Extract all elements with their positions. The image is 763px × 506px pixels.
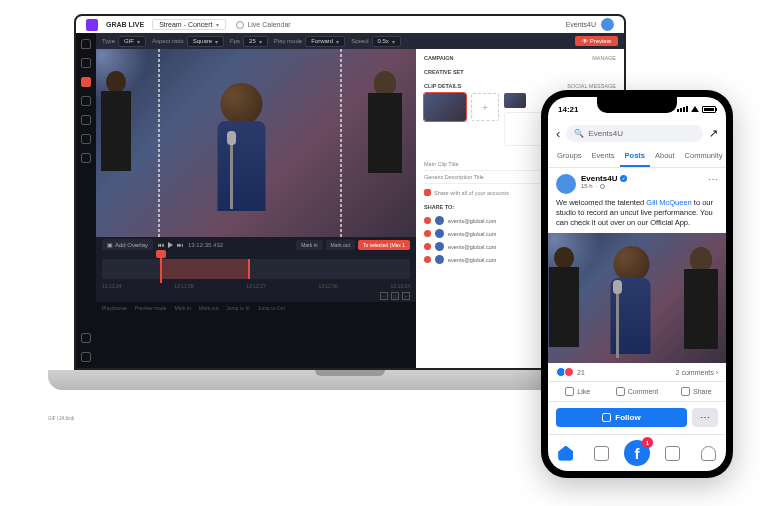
fps-select[interactable]: 25▾	[243, 36, 268, 47]
search-row: ‹ 🔍 Events4U ↗	[548, 121, 726, 146]
rss-icon	[602, 413, 611, 422]
page-avatar[interactable]	[556, 174, 576, 194]
timeline-selection[interactable]	[160, 259, 250, 279]
share-to-heading: SHARE TO:	[424, 204, 454, 210]
more-button[interactable]: ⋯	[692, 408, 718, 427]
share-button[interactable]: Share	[667, 382, 726, 401]
sidebar-stack-icon[interactable]	[81, 134, 91, 144]
player-controls: ▣ Add Overlay ⏮ ⏭ 13:12:35.432 Mark in	[96, 237, 416, 252]
export-toolbar: Type GIF▾ Aspect ratio Square▾ Fps 25▾ P…	[96, 33, 624, 49]
post-text: We welcomed the talented Gill McQueen to…	[556, 198, 718, 227]
aspect-ratio-select[interactable]: Square▾	[187, 36, 224, 47]
tab-about[interactable]: About	[650, 146, 680, 167]
follow-button[interactable]: Follow	[556, 408, 687, 427]
nav-notifications[interactable]	[690, 440, 726, 466]
shortcuts-footer: Play/pause Preview mode Mark in Mark out…	[96, 302, 416, 314]
comment-icon	[616, 387, 625, 396]
skip-forward-icon[interactable]: ⏭	[177, 242, 183, 248]
zoom-fit-button[interactable]: ▭	[391, 292, 399, 300]
calendar-icon	[236, 21, 244, 29]
skip-back-icon[interactable]: ⏮	[158, 242, 164, 248]
creative-set-heading: CREATIVE SET	[424, 69, 464, 75]
like-button[interactable]: Like	[548, 382, 607, 401]
search-icon: 🔍	[574, 129, 584, 138]
fps-label: Fps	[230, 38, 240, 44]
video-column: ▣ Add Overlay ⏮ ⏭ 13:12:35.432 Mark in	[96, 49, 416, 368]
sidebar-analytics-icon[interactable]	[81, 153, 91, 163]
zoom-out-button[interactable]: −	[380, 292, 388, 300]
mention-link[interactable]: Gill McQueen	[646, 198, 691, 207]
sidebar-home-icon[interactable]	[81, 39, 91, 49]
bottom-nav: f	[548, 434, 726, 471]
page-tabs: Groups Events Posts About Community	[548, 146, 726, 168]
tab-community[interactable]: Community	[680, 146, 726, 167]
reaction-count: 21	[577, 369, 585, 376]
live-calendar-button[interactable]: Live Calendar	[236, 21, 290, 29]
mark-in-button[interactable]: Mark in	[296, 240, 322, 250]
comments-count[interactable]: 2 comments ›	[676, 369, 718, 376]
facebook-icon	[435, 229, 444, 238]
play-icon[interactable]	[168, 242, 173, 248]
zoom-in-button[interactable]: +	[402, 292, 410, 300]
check-icon	[424, 230, 431, 237]
mark-out-button[interactable]: Mark out	[326, 240, 355, 250]
timeline[interactable]: 13:11:24 13:11:58 13:12:27 13:12:56 13:1…	[96, 252, 416, 302]
bell-icon	[701, 446, 716, 461]
to-selected-button[interactable]: To selected (Max 1	[358, 240, 410, 250]
sidebar-clip-icon[interactable]	[81, 77, 91, 87]
app-logo[interactable]	[86, 19, 98, 31]
post-menu-icon[interactable]: ⋯	[708, 174, 718, 185]
live-calendar-label: Live Calendar	[247, 21, 290, 28]
globe-icon	[600, 184, 605, 189]
tab-groups[interactable]: Groups	[552, 146, 587, 167]
speed-select[interactable]: 0.5x▾	[372, 36, 401, 47]
share-toggle-icon[interactable]	[424, 189, 431, 196]
add-overlay-button[interactable]: ▣ Add Overlay	[102, 239, 153, 250]
manage-link[interactable]: MANAGE	[592, 55, 616, 61]
sidebar-headphones-icon[interactable]	[81, 352, 91, 362]
battery-icon	[702, 106, 716, 113]
playmode-label: Play mode	[274, 38, 302, 44]
reactions-bar[interactable]: 21 2 comments ›	[548, 363, 726, 381]
share-icon[interactable]: ↗	[709, 127, 718, 140]
comment-button[interactable]: Comment	[607, 382, 666, 401]
facebook-logo-icon: f	[624, 440, 650, 466]
sidebar-library-icon[interactable]	[81, 58, 91, 68]
sidebar-scissors-icon[interactable]	[81, 96, 91, 106]
crop-guide-left[interactable]	[158, 49, 160, 237]
nav-watch[interactable]	[584, 440, 620, 466]
nav-home[interactable]	[548, 440, 584, 466]
stream-selector[interactable]: Stream - Concert ▾	[152, 19, 226, 30]
crop-guide-right[interactable]	[340, 49, 342, 237]
user-menu[interactable]: Events4U	[566, 18, 614, 31]
sidebar-share-icon[interactable]	[81, 115, 91, 125]
watch-icon	[594, 446, 609, 461]
sidebar-heart-icon[interactable]	[81, 333, 91, 343]
post-image[interactable]	[548, 233, 726, 363]
timeline-cursor[interactable]	[160, 255, 162, 283]
social-message-heading: SOCIAL MESSAGE	[567, 83, 616, 89]
video-preview[interactable]	[96, 49, 416, 237]
nav-facebook[interactable]: f	[619, 440, 655, 466]
page-name[interactable]: Events4U	[581, 174, 617, 183]
tab-events[interactable]: Events	[587, 146, 620, 167]
check-icon	[424, 256, 431, 263]
search-input[interactable]: 🔍 Events4U	[566, 125, 703, 142]
post: Events4U ✓ 15 h· ⋯ We welcomed the talen…	[548, 168, 726, 233]
playmode-select[interactable]: Forward▾	[305, 36, 345, 47]
timecode: 13:12:35.432	[188, 242, 223, 248]
timeline-track[interactable]	[102, 259, 410, 279]
message-thumbnail[interactable]	[504, 93, 526, 108]
back-icon[interactable]: ‹	[556, 126, 560, 141]
thumb-up-icon	[565, 387, 574, 396]
preview-button[interactable]: 👁 Preview	[575, 36, 618, 46]
plus-icon: ▣	[107, 241, 113, 248]
type-select[interactable]: GIF▾	[118, 36, 146, 47]
share-arrow-icon	[681, 387, 690, 396]
phone-notch	[597, 97, 677, 113]
tab-posts[interactable]: Posts	[620, 146, 650, 167]
clip-thumbnail[interactable]	[424, 93, 466, 121]
add-clip-button[interactable]: +	[471, 93, 499, 121]
nav-pages[interactable]	[655, 440, 691, 466]
grab-live-label[interactable]: GRAB LIVE	[106, 21, 144, 28]
